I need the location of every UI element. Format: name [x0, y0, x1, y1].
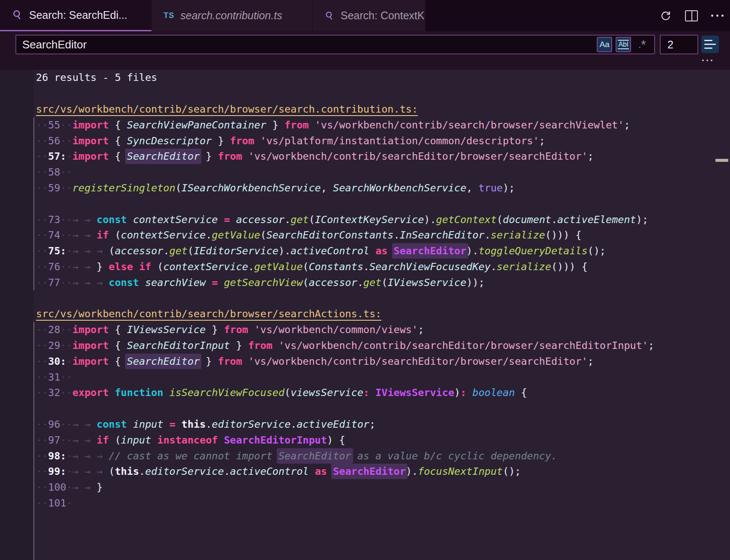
result-line-31[interactable]: ··31··	[0, 369, 730, 385]
result-line-59[interactable]: ··59··registerSingleton(ISearchWorkbench…	[0, 180, 730, 196]
result-line-28[interactable]: ··28··import { IViewsService } from 'vs/…	[0, 322, 730, 338]
blank-line[interactable]	[0, 86, 730, 101]
tab-bar: Search: SearchEdi...TSsearch.contributio…	[0, 0, 730, 31]
search-editor-window: Search: SearchEdi...TSsearch.contributio…	[0, 0, 730, 560]
match-case-toggle[interactable]: Aa	[597, 37, 612, 52]
blank-line[interactable]	[0, 196, 730, 211]
blank-line[interactable]	[0, 401, 730, 417]
context-lines-box	[660, 35, 698, 54]
match-case-icon: Aa	[599, 40, 609, 49]
ts-icon: TS	[164, 11, 174, 20]
whole-word-toggle[interactable]: Abl	[616, 37, 631, 52]
file-path-link[interactable]: src/vs/workbench/contrib/search/browser/…	[36, 308, 381, 320]
search-icon	[12, 9, 23, 21]
file-path-link[interactable]: src/vs/workbench/contrib/search/browser/…	[36, 103, 418, 115]
result-line-100[interactable]: ··100·→ → }	[0, 480, 730, 495]
editor-toolbar	[653, 0, 730, 31]
search-option-toggles: AaAbl.*	[597, 37, 650, 52]
search-details-icon	[704, 40, 712, 41]
tab-label: search.contribution.ts	[180, 9, 282, 22]
result-line-30[interactable]: ··30:·import { SearchEditor } from 'vs/w…	[0, 353, 730, 369]
tab-search-searchedi-[interactable]: Search: SearchEdi...	[0, 0, 152, 31]
refresh-button[interactable]	[653, 6, 679, 26]
whole-word-icon: Abl	[618, 40, 628, 49]
more-actions-button[interactable]	[704, 6, 730, 26]
search-icon	[325, 10, 335, 21]
search-bar: AaAbl.*	[0, 31, 730, 70]
blank-line[interactable]	[0, 290, 730, 306]
search-input[interactable]	[16, 36, 654, 54]
results-summary[interactable]: 26 results - 5 files	[0, 70, 730, 86]
split-editor-icon	[685, 10, 698, 21]
tab-search-contextkey[interactable]: Search: ContextKey	[313, 0, 425, 31]
split-editor-button[interactable]	[679, 6, 704, 26]
result-line-76[interactable]: ··76··→ → } else if (contextService.getV…	[0, 259, 730, 275]
refresh-icon	[660, 10, 672, 22]
result-line-96[interactable]: ··96··→ → const input = this.editorServi…	[0, 417, 730, 432]
regex-icon: .*	[638, 39, 646, 50]
file-result-header[interactable]: src/vs/workbench/contrib/search/browser/…	[0, 306, 730, 322]
tab-label: Search: SearchEdi...	[29, 9, 127, 21]
search-query-box: AaAbl.*	[15, 35, 655, 54]
result-line-75[interactable]: ··75:·→ → → (accessor.get(IEditorService…	[0, 243, 730, 259]
search-results-editor[interactable]: 26 results - 5 filessrc/vs/workbench/con…	[0, 70, 730, 560]
result-line-99[interactable]: ··99:·→ → → (this.editorService.activeCo…	[0, 464, 730, 480]
more-actions-icon	[711, 15, 724, 17]
toggle-search-details-button[interactable]	[701, 36, 719, 53]
result-line-101[interactable]: ··101·	[0, 495, 730, 511]
tab-search-contribution-ts[interactable]: TSsearch.contribution.ts	[152, 0, 313, 31]
tab-label: Search: ContextKey	[341, 9, 425, 22]
result-line-57[interactable]: ··57:·import { SearchEditor } from 'vs/w…	[0, 149, 730, 164]
result-line-97[interactable]: ··97··→ → if (input instanceof SearchEdi…	[0, 432, 730, 448]
result-line-74[interactable]: ··74··→ → if (contextService.getValue(Se…	[0, 227, 730, 243]
result-line-98[interactable]: ··98:·→ → → // cast as we cannot import …	[0, 448, 730, 464]
result-line-77[interactable]: ··77··→ → → const searchView = getSearch…	[0, 274, 730, 290]
context-lines-input[interactable]	[661, 36, 697, 54]
result-line-29[interactable]: ··29··import { SearchEditorInput } from …	[0, 338, 730, 354]
file-result-header[interactable]: src/vs/workbench/contrib/search/browser/…	[0, 101, 730, 117]
regex-toggle[interactable]: .*	[634, 37, 650, 52]
result-line-73[interactable]: ··73··→ → const contextService = accesso…	[0, 211, 730, 227]
tab-list: Search: SearchEdi...TSsearch.contributio…	[0, 0, 730, 31]
result-line-58[interactable]: ··58··	[0, 164, 730, 180]
more-search-actions-button[interactable]	[702, 60, 712, 61]
result-line-55[interactable]: ··55··import { SearchViewPaneContainer }…	[0, 117, 730, 133]
result-line-32[interactable]: ··32··export function isSearchViewFocuse…	[0, 385, 730, 401]
result-line-56[interactable]: ··56··import { SyncDescriptor } from 'vs…	[0, 133, 730, 149]
